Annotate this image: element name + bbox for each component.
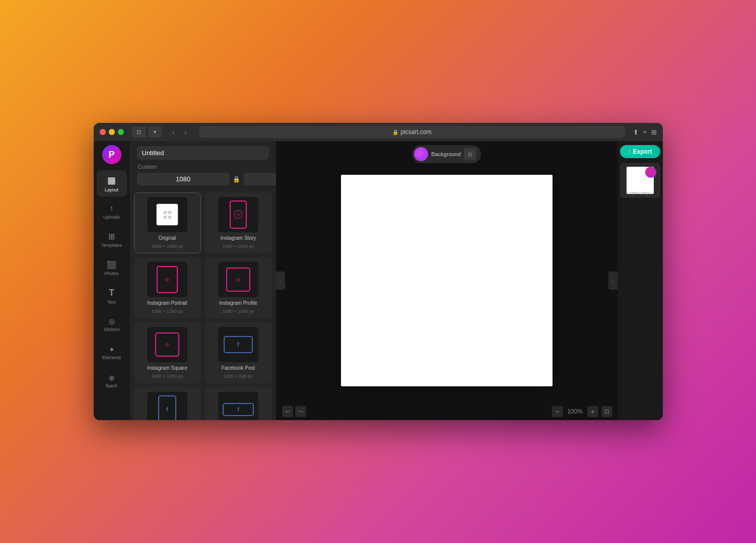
layout-row-2: ◎ Instagram Portrait 1080 × 1350 px ◎ In…: [134, 257, 272, 318]
sidebar-item-templates[interactable]: ⊞ Templates: [97, 227, 127, 253]
photos-icon: ⬛: [107, 260, 116, 269]
browser-content: P ▦ Layout ↑ Uploads ⊞ Templates ⬛ Photo…: [94, 141, 663, 420]
browser-titlebar: ⊡ ▼ ‹ › 🔒 picsart.com ⬆ ＋ ⊞: [94, 123, 663, 141]
card-size-facebook-post: 1200 × 630 px: [224, 374, 252, 379]
browser-window: ⊡ ▼ ‹ › 🔒 picsart.com ⬆ ＋ ⊞ P ▦ Layout: [94, 123, 663, 420]
uploads-label: Uploads: [103, 215, 120, 220]
layout-card-instagram-square[interactable]: ◎ Instagram Square 1080 × 1080 px: [134, 322, 201, 383]
share-icon[interactable]: ⬆: [633, 128, 639, 136]
templates-label: Templates: [101, 243, 122, 248]
layout-card-instagram-story[interactable]: ◎ Instagram Story 1080 × 1920 px: [205, 192, 272, 253]
new-tab-icon[interactable]: ＋: [642, 127, 648, 137]
background-color-circle: [414, 147, 428, 161]
elements-label: Elements: [102, 355, 121, 360]
background-image-icon[interactable]: ⊡: [464, 148, 476, 160]
text-icon: T: [109, 288, 114, 298]
layout-icon: ▦: [107, 175, 116, 186]
layout-card-facebook-post[interactable]: f Facebook Post 1200 × 630 px: [205, 322, 272, 383]
picsart-logo[interactable]: P: [102, 145, 121, 164]
minimap-btn[interactable]: ⊡: [601, 406, 612, 417]
card-preview-facebook-story: f: [147, 392, 187, 420]
card-preview-instagram-square: ◎: [147, 327, 187, 362]
traffic-light-green[interactable]: [118, 129, 124, 135]
forward-btn[interactable]: ›: [180, 126, 191, 138]
layout-card-facebook-story[interactable]: f Facebook Story 1080 × 1920 px: [134, 387, 201, 420]
main-canvas-area: Background ⊡ ‹ › ↩ ↪ − 100% + ⊡: [276, 141, 617, 420]
card-name-instagram-square: Instagram Square: [147, 365, 187, 371]
card-preview-facebook-cover: f: [218, 392, 258, 420]
zoom-in-btn[interactable]: +: [587, 406, 598, 417]
card-preview-original: [147, 197, 187, 232]
card-name-instagram-portrait: Instagram Portrait: [147, 300, 187, 306]
sidebar-item-uploads[interactable]: ↑ Uploads: [97, 198, 127, 225]
layout-label: Layout: [105, 187, 118, 192]
lock-dimension-btn[interactable]: 🔒: [233, 174, 240, 185]
export-button[interactable]: ↑ Export: [620, 145, 660, 158]
card-size-instagram-story: 1080 × 1920 px: [223, 244, 254, 249]
background-label: Background: [431, 151, 461, 157]
card-name-instagram-profile: Instagram Profile: [219, 300, 257, 306]
layout-card-instagram-portrait[interactable]: ◎ Instagram Portrait 1080 × 1350 px: [134, 257, 201, 318]
card-preview-instagram-story: ◎: [218, 197, 258, 232]
address-bar[interactable]: 🔒 picsart.com: [199, 126, 625, 138]
card-preview-instagram-profile: ◎: [218, 262, 258, 297]
url-text: picsart.com: [400, 128, 431, 135]
browser-controls: ⊡ ▼: [132, 126, 162, 138]
layout-card-facebook-cover[interactable]: f Facebook Cover 820 × 312 px: [205, 387, 272, 420]
zoom-controls: − 100% + ⊡: [552, 406, 612, 417]
layout-grid: Original 1080 × 1080 px ◎ Instagram Stor…: [130, 192, 276, 420]
tool-sidebar: P ▦ Layout ↑ Uploads ⊞ Templates ⬛ Photo…: [94, 141, 130, 420]
traffic-light-yellow[interactable]: [109, 129, 115, 135]
height-input[interactable]: [243, 173, 276, 185]
nav-arrows: ‹ ›: [168, 126, 191, 138]
sidebar-item-batch[interactable]: ⊕ Batch: [97, 368, 127, 394]
elements-icon: ✦: [109, 346, 115, 354]
layout-card-instagram-profile[interactable]: ◎ Instagram Profile 1080 × 1080 px: [205, 257, 272, 318]
sidebar-item-stickers[interactable]: ◎ Stickers: [97, 311, 127, 337]
sidebar-item-layout[interactable]: ▦ Layout: [97, 170, 127, 196]
layout-card-original[interactable]: Original 1080 × 1080 px: [134, 192, 201, 253]
batch-icon: ⊕: [109, 374, 115, 382]
canvas-white: [341, 175, 553, 386]
traffic-lights: [100, 129, 124, 135]
thumbnail-circle: [645, 167, 656, 178]
bottom-bar: − 100% + ⊡: [276, 403, 617, 420]
width-input[interactable]: [137, 173, 230, 185]
uploads-icon: ↑: [110, 204, 114, 213]
batch-label: Batch: [106, 383, 117, 388]
top-toolbar: Background ⊡: [276, 141, 617, 167]
grid-icon[interactable]: ⊞: [651, 128, 657, 136]
sidebar-item-text[interactable]: T Text: [97, 283, 127, 309]
card-size-instagram-portrait: 1080 × 1350 px: [152, 309, 183, 314]
stickers-icon: ◎: [109, 317, 115, 325]
back-btn[interactable]: ‹: [168, 126, 179, 138]
collapse-right-btn[interactable]: ›: [608, 272, 617, 290]
text-label: Text: [107, 300, 116, 305]
browser-right-controls: ⬆ ＋ ⊞: [633, 127, 657, 137]
card-preview-facebook-post: f: [218, 327, 258, 362]
background-selector[interactable]: Background ⊡: [412, 145, 481, 163]
zoom-out-btn[interactable]: −: [552, 406, 563, 417]
custom-label: Custom: [137, 164, 269, 170]
stickers-label: Stickers: [103, 327, 119, 332]
traffic-light-red[interactable]: [100, 129, 106, 135]
card-size-original: 1080 × 1080 px: [152, 244, 183, 249]
thumbnail-size-label: 1080×1080px: [629, 191, 651, 195]
export-label: Export: [633, 148, 652, 155]
ig-story-icon: ◎: [234, 211, 242, 219]
expand-btn[interactable]: ▼: [148, 126, 162, 138]
export-icon: ↑: [628, 148, 631, 155]
sidebar-item-photos[interactable]: ⬛ Photos: [97, 255, 127, 281]
collapse-left-btn[interactable]: ‹: [276, 272, 285, 290]
lock-icon: 🔒: [392, 129, 398, 135]
canvas-thumbnail[interactable]: 1080×1080px: [621, 163, 660, 197]
card-name-facebook-post: Facebook Post: [222, 365, 255, 371]
left-panel: Custom 🔒 px ▾: [130, 141, 276, 420]
card-size-instagram-square: 1080 × 1080 px: [152, 374, 183, 379]
panel-header: Custom 🔒 px ▾: [130, 141, 276, 192]
sidebar-item-elements[interactable]: ✦ Elements: [97, 340, 127, 366]
dimension-row: 🔒 px ▾: [137, 173, 269, 185]
sidebar-toggle-btn[interactable]: ⊡: [132, 126, 146, 138]
project-title-input[interactable]: [137, 146, 269, 160]
layout-row-1: Original 1080 × 1080 px ◎ Instagram Stor…: [134, 192, 272, 253]
